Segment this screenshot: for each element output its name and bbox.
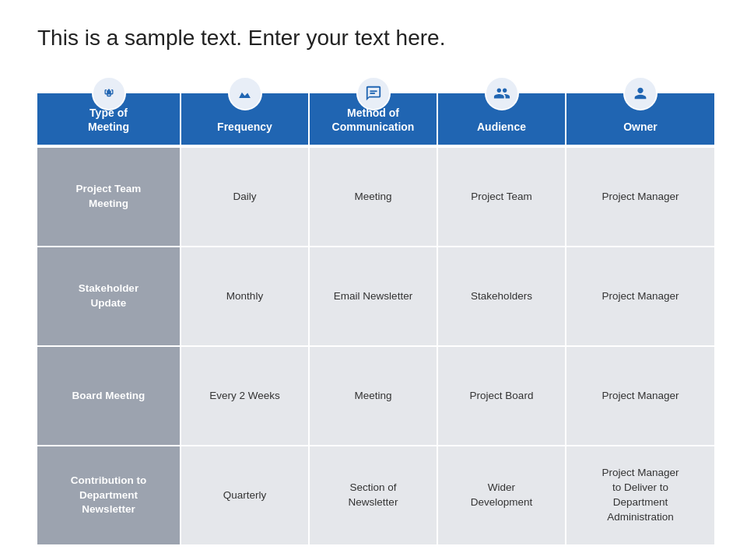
- row-method-cell: Email Newsletter: [310, 247, 438, 345]
- row-frequency-cell: Monthly: [181, 247, 310, 345]
- row-audience-cell: Stakeholders: [438, 247, 566, 345]
- row-method-cell: Section ofNewsletter: [310, 446, 438, 544]
- svg-rect-0: [370, 90, 377, 92]
- table-row: Board Meeting Every 2 Weeks Meeting Proj…: [37, 347, 710, 446]
- table-body: Project TeamMeeting Daily Meeting Projec…: [37, 148, 710, 544]
- page: This is a sample text. Enter your text h…: [0, 0, 747, 560]
- row-owner-cell: Project Manager: [566, 347, 714, 445]
- header-type-of-meeting: Type ofMeeting: [37, 93, 181, 145]
- chat-icon: [356, 76, 391, 110]
- row-type-cell: Board Meeting: [37, 347, 181, 445]
- row-owner-cell: Project Manager: [566, 247, 714, 345]
- row-owner-cell: Project Manager: [566, 148, 714, 246]
- header-audience-label: Audience: [477, 120, 526, 134]
- row-frequency-cell: Quarterly: [181, 446, 310, 544]
- handshake-icon: [92, 76, 126, 110]
- row-type-cell: Project TeamMeeting: [37, 148, 181, 246]
- table-header: Type ofMeeting Frequency Method ofCommun…: [37, 93, 710, 145]
- page-title: This is a sample text. Enter your text h…: [37, 25, 710, 51]
- table-row: Project TeamMeeting Daily Meeting Projec…: [37, 148, 710, 247]
- header-method: Method ofCommunication: [310, 93, 438, 145]
- header-frequency: Frequency: [181, 93, 310, 145]
- row-frequency-cell: Every 2 Weeks: [181, 347, 310, 445]
- chart-icon: [228, 76, 262, 110]
- row-method-cell: Meeting: [310, 347, 438, 445]
- row-owner-cell: Project Managerto Deliver toDepartmentAd…: [566, 446, 714, 544]
- header-owner-label: Owner: [623, 120, 658, 134]
- row-audience-cell: Project Team: [438, 148, 566, 246]
- person-icon: [623, 76, 658, 110]
- group-icon: [485, 76, 519, 110]
- svg-rect-1: [370, 93, 374, 94]
- row-type-cell: Contribution toDepartmentNewsletter: [37, 446, 181, 544]
- communication-table: Type ofMeeting Frequency Method ofCommun…: [37, 73, 710, 544]
- row-audience-cell: Project Board: [438, 347, 566, 445]
- row-frequency-cell: Daily: [181, 148, 310, 246]
- table-row: Contribution toDepartmentNewsletter Quar…: [37, 446, 710, 544]
- header-owner: Owner: [566, 93, 714, 145]
- row-type-cell: StakeholderUpdate: [37, 247, 181, 345]
- table-row: StakeholderUpdate Monthly Email Newslett…: [37, 247, 710, 347]
- row-audience-cell: WiderDevelopment: [438, 446, 566, 544]
- header-frequency-label: Frequency: [217, 120, 272, 134]
- header-audience: Audience: [438, 93, 566, 145]
- row-method-cell: Meeting: [310, 148, 438, 246]
